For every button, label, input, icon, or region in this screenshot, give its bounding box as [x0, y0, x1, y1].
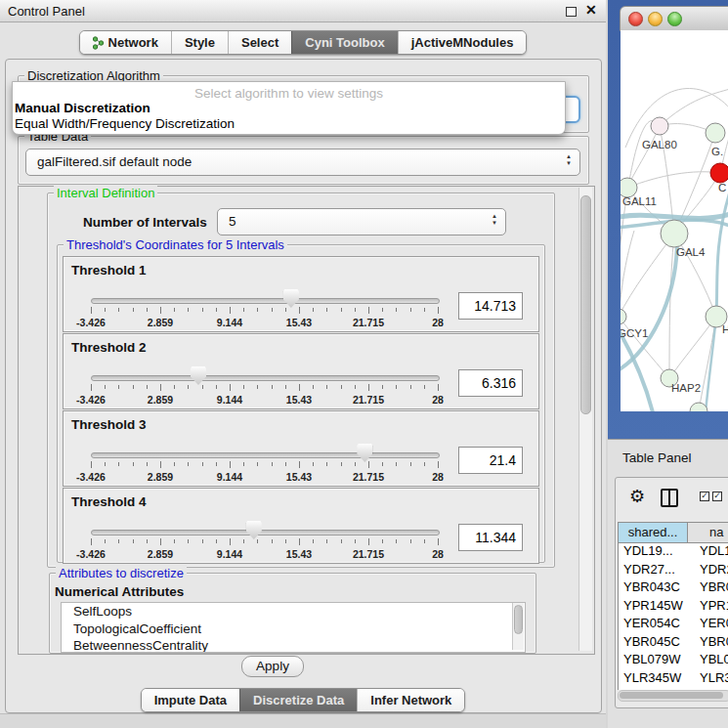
- gear-icon[interactable]: ⚙: [629, 486, 645, 507]
- table-row[interactable]: YBL079WYBL0: [619, 652, 728, 670]
- tab-cyni-toolbox[interactable]: Cyni Toolbox: [291, 31, 397, 54]
- columns-icon[interactable]: [661, 489, 678, 507]
- tick-mark: [174, 385, 175, 389]
- tab-style[interactable]: Style: [171, 31, 228, 54]
- tick-mark: [438, 461, 439, 468]
- close-traffic-light-icon[interactable]: [628, 12, 643, 26]
- threshold-1-slider-thumb[interactable]: [283, 289, 299, 308]
- table-row[interactable]: YPR145WYPR1: [619, 598, 728, 617]
- network-window-titlebar[interactable]: [620, 6, 728, 31]
- threshold-4-slider-thumb[interactable]: [246, 521, 262, 539]
- node-gal4[interactable]: [661, 220, 688, 247]
- table-rows: YDL19...YDL1YDR27...YDR2YBR043CYBR0YPR14…: [618, 543, 728, 690]
- table-row[interactable]: YBR043CYBR0: [619, 579, 728, 598]
- table-row[interactable]: YER054CYER0: [619, 616, 728, 634]
- tick-mark: [341, 462, 342, 466]
- threshold-4-slider-track[interactable]: [91, 530, 440, 535]
- minimize-traffic-light-icon[interactable]: [648, 12, 663, 26]
- table-row[interactable]: YDR27...YDR2: [619, 562, 728, 580]
- tick-mark: [216, 385, 217, 389]
- scale-label: 21.715: [353, 471, 384, 483]
- threshold-3-value-field[interactable]: 21.4: [458, 447, 523, 474]
- tick-mark: [396, 539, 397, 543]
- table-panel: Table Panel ⚙ ✓ ✓ shared... na YDL19...Y…: [608, 439, 728, 728]
- tick-mark: [216, 462, 217, 466]
- tick-mark: [368, 538, 369, 545]
- attributes-scrollbar[interactable]: [512, 603, 524, 650]
- table-hscrollbar-thumb[interactable]: [620, 692, 723, 699]
- threshold-4-box: Threshold 4-3.4262.8599.14415.4321.71528…: [63, 488, 539, 564]
- bottom-tab-impute-data[interactable]: Impute Data: [142, 689, 239, 711]
- select-all-checkbox-icon[interactable]: ✓: [700, 492, 709, 501]
- attribute-item[interactable]: TopologicalCoefficient: [62, 621, 525, 638]
- column-header-shared[interactable]: shared...: [619, 523, 688, 542]
- threshold-4-value-field[interactable]: 11.344: [458, 524, 523, 551]
- panel-title: Control Panel: [8, 4, 85, 19]
- deselect-all-checkbox-icon[interactable]: ✓: [712, 492, 722, 501]
- zoom-traffic-light-icon[interactable]: [667, 12, 682, 26]
- bottom-tab-discretize-data[interactable]: Discretize Data: [239, 689, 357, 711]
- scale-label: 2.859: [148, 548, 173, 560]
- node-bottom-partial[interactable]: [690, 403, 707, 411]
- bottom-tab-infer-network[interactable]: Infer Network: [357, 689, 464, 711]
- network-canvas[interactable]: GAL80G.CGAL11GAL4GCY1HHAP2: [621, 30, 728, 411]
- close-icon[interactable]: ✕: [585, 2, 597, 18]
- table-row[interactable]: YBR045CYBR0: [619, 634, 728, 653]
- table-row[interactable]: YDL19...YDL1: [619, 543, 728, 562]
- tick-mark: [257, 308, 258, 312]
- threshold-3-slider-track[interactable]: [91, 452, 440, 458]
- tab-network[interactable]: Network: [80, 31, 171, 54]
- threshold-3-label: Threshold 3: [71, 417, 147, 432]
- tab-jactivemnodules[interactable]: jActiveMNodules: [398, 31, 527, 54]
- threshold-2-slider-thumb[interactable]: [191, 366, 206, 385]
- threshold-3-box: Threshold 3-3.4262.8599.14415.4321.71528…: [63, 410, 539, 487]
- attributes-scrollbar-thumb[interactable]: [514, 605, 523, 634]
- tick-mark: [326, 308, 327, 312]
- tick-mark: [160, 307, 161, 314]
- number-of-intervals-combobox[interactable]: 5 ▲▼: [217, 208, 506, 236]
- cell-shared-name: YDR27...: [619, 562, 686, 580]
- numerical-attributes-list[interactable]: SelfLoopsTopologicalCoefficientBetweenne…: [61, 602, 526, 653]
- table-data-combobox[interactable]: galFiltered.sif default node ▲▼: [25, 149, 580, 176]
- tick-mark: [313, 539, 314, 543]
- option-manual-discretization[interactable]: Manual Discretization: [15, 101, 150, 115]
- tick-mark: [243, 462, 244, 466]
- node-gcy1[interactable]: [621, 309, 626, 324]
- cell-shared-name: YER054C: [619, 616, 686, 634]
- table-hscrollbar[interactable]: [618, 690, 728, 702]
- node-top-right[interactable]: [706, 123, 725, 143]
- attribute-item[interactable]: SelfLoops: [62, 603, 525, 621]
- form-scrollbar[interactable]: [578, 188, 592, 651]
- scale-label: 15.43: [286, 471, 312, 483]
- scale-label: 2.859: [148, 394, 173, 406]
- attribute-item[interactable]: BetweennessCentrality: [62, 637, 525, 653]
- tick-mark: [313, 308, 314, 312]
- threshold-2-slider-track[interactable]: [91, 375, 440, 381]
- option-equal-width-frequency[interactable]: Equal Width/Frequency Discretization: [15, 116, 235, 131]
- bottom-tab-label: Discretize Data: [253, 693, 344, 707]
- node-red[interactable]: [710, 163, 728, 183]
- table-row[interactable]: YLR345WYLR3: [619, 670, 728, 689]
- scale-label: -3.426: [76, 394, 106, 406]
- numerical-attributes-label: Numerical Attributes: [55, 584, 184, 599]
- tick-mark: [313, 385, 314, 389]
- threshold-3-slider-thumb[interactable]: [357, 444, 372, 462]
- cell-name: YLR3: [686, 670, 728, 689]
- threshold-1-slider-track[interactable]: [91, 298, 440, 304]
- threshold-1-value-field[interactable]: 14.713: [458, 292, 523, 320]
- tick-mark: [105, 308, 106, 312]
- node-gal11[interactable]: [621, 178, 637, 197]
- node-gal80[interactable]: [651, 117, 668, 135]
- float-window-icon[interactable]: [566, 7, 577, 17]
- threshold-2-value-field[interactable]: 6.316: [458, 369, 523, 397]
- cell-shared-name: YBR043C: [619, 579, 686, 598]
- form-scrollbar-thumb[interactable]: [580, 195, 591, 414]
- cell-shared-name: YBR045C: [619, 634, 686, 653]
- tick-mark: [272, 539, 273, 543]
- column-header-name[interactable]: na: [688, 523, 728, 542]
- cell-name: YDL1: [686, 543, 728, 562]
- apply-button[interactable]: Apply: [241, 656, 304, 677]
- tick-mark: [230, 384, 231, 391]
- tick-mark: [299, 461, 300, 468]
- tab-select[interactable]: Select: [228, 31, 291, 54]
